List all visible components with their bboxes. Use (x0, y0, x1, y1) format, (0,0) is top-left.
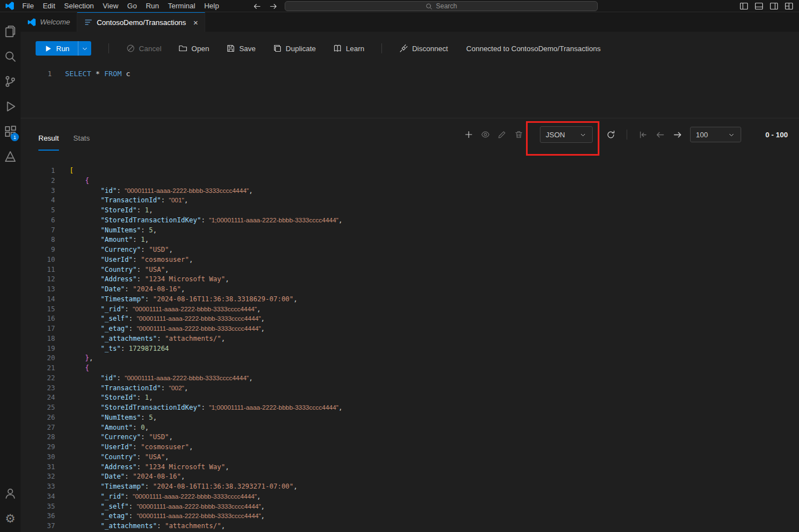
add-document-button[interactable] (464, 130, 473, 139)
cancel-button[interactable]: Cancel (126, 41, 161, 56)
line-number: 26 (21, 413, 55, 423)
layout-sidebar-left-button[interactable] (740, 2, 748, 11)
activity-azure[interactable] (0, 144, 21, 169)
search-placeholder: Search (436, 2, 457, 10)
line-number: 21 (21, 364, 55, 374)
menu-go[interactable]: Go (123, 2, 141, 10)
connection-status: Connected to ContosoDemo/Transactions (467, 44, 601, 53)
plug-icon (399, 44, 408, 53)
line-number: 36 (21, 511, 55, 521)
history-nav (253, 0, 277, 12)
result-line: 32"Date": "2024-08-16", (21, 472, 799, 482)
close-icon[interactable]: × (193, 18, 198, 27)
tab-contosodemo-transactions[interactable]: ContosoDemo/Transactions× (77, 12, 205, 32)
vscode-logo-icon (5, 1, 14, 11)
edit-document-button[interactable] (498, 130, 507, 139)
line-number: 35 (21, 502, 55, 512)
result-line: 13"Date": "2024-08-16", (21, 285, 799, 295)
run-dropdown-button[interactable] (78, 41, 91, 56)
layout-panel-button[interactable] (755, 2, 763, 11)
result-line: 27"Amount": 0, (21, 423, 799, 433)
results-tab-stats[interactable]: Stats (73, 126, 90, 151)
circle-slash-icon (126, 44, 135, 53)
menu-help[interactable]: Help (200, 2, 224, 10)
line-number: 1 (21, 166, 55, 176)
menu-view[interactable]: View (98, 2, 123, 10)
vscode-logo-icon (27, 18, 36, 27)
line-number: 27 (21, 423, 55, 433)
result-line: 31"Address": "1234 Microsoft Way", (21, 463, 799, 473)
menu-selection[interactable]: Selection (59, 2, 98, 10)
line-number: 24 (21, 393, 55, 403)
chevron-down-icon (81, 45, 88, 52)
result-line: 25"StoreIdTransactionIdKey": "1;00001111… (21, 403, 799, 413)
line-number: 25 (21, 403, 55, 413)
result-line: 21{ (21, 364, 799, 374)
search-input[interactable]: Search (285, 1, 598, 11)
result-line: 10"UserId": "cosmosuser", (21, 255, 799, 265)
forward-button[interactable] (269, 2, 277, 11)
line-number: 32 (21, 472, 55, 482)
learn-button[interactable]: Learn (333, 41, 364, 56)
first-page-button[interactable] (638, 130, 648, 140)
back-button[interactable] (253, 2, 261, 11)
result-line: 18"_attachments": "attachments/", (21, 334, 799, 344)
result-line: 16"_self": "00001111-aaaa-2222-bbbb-3333… (21, 314, 799, 324)
line-number: 16 (21, 314, 55, 324)
next-page-button[interactable] (673, 130, 682, 140)
line-number: 15 (21, 305, 55, 315)
layout-grid-button[interactable] (785, 2, 793, 11)
activity-extensions[interactable]: 1 (0, 119, 21, 144)
result-range-label: 0 - 100 (766, 131, 788, 139)
menu-run[interactable]: Run (141, 2, 163, 10)
result-line: 6"StoreIdTransactionIdKey": "1;00001111-… (21, 216, 799, 226)
result-line: 9"Currency": "USD", (21, 245, 799, 255)
results-editor[interactable]: 1[2{3"id": "00001111-aaaa-2222-bbbb-3333… (21, 151, 799, 532)
result-line: 17"_etag": "00001111-aaaa-2222-bbbb-3333… (21, 324, 799, 334)
previous-page-button[interactable] (656, 130, 665, 140)
line-number: 28 (21, 432, 55, 442)
disconnect-button[interactable]: Disconnect (399, 41, 448, 56)
result-line: 4"TransactionId": "001", (21, 196, 799, 206)
page-size-dropdown[interactable]: 100 (690, 127, 741, 142)
activity-explorer[interactable] (0, 19, 21, 44)
duplicate-button[interactable]: Duplicate (273, 41, 316, 56)
activity-accounts[interactable] (0, 481, 21, 506)
save-button[interactable]: Save (226, 41, 256, 56)
line-number: 13 (21, 285, 55, 295)
activity-settings[interactable]: ⚙ (0, 506, 21, 531)
query-line[interactable]: 1 SELECT * FROM c (21, 68, 799, 79)
menu-file[interactable]: File (18, 2, 38, 10)
line-number: 18 (21, 334, 55, 344)
delete-document-button[interactable] (514, 130, 523, 139)
chevron-down-icon (728, 131, 735, 138)
activity-search[interactable] (0, 44, 21, 69)
activity-source-control[interactable] (0, 69, 21, 94)
line-number: 7 (21, 226, 55, 236)
line-number: 30 (21, 453, 55, 463)
line-number: 23 (21, 384, 55, 394)
run-button-group: Run (36, 41, 91, 56)
line-number: 11 (21, 265, 55, 275)
line-number: 6 (21, 216, 55, 226)
result-line: 11"Country": "USA", (21, 265, 799, 275)
menu-bar: FileEditSelectionViewGoRunTerminalHelp (18, 0, 224, 12)
line-number: 34 (21, 492, 55, 502)
result-line: 24"StoreId": 1, (21, 393, 799, 403)
tab-welcome[interactable]: Welcome (21, 12, 77, 32)
open-button[interactable]: Open (178, 41, 209, 56)
menu-edit[interactable]: Edit (38, 2, 59, 10)
run-button[interactable]: Run (36, 41, 78, 56)
layout-sidebar-right-button[interactable] (770, 2, 778, 11)
save-icon (226, 44, 235, 53)
view-document-button[interactable] (481, 130, 490, 139)
refresh-button[interactable] (606, 130, 616, 140)
format-dropdown[interactable]: JSON (540, 126, 593, 143)
chevron-down-icon (579, 131, 587, 138)
result-line: 1[ (21, 166, 799, 176)
results-tab-result[interactable]: Result (38, 126, 59, 151)
result-line: 20}, (21, 354, 799, 364)
menu-terminal[interactable]: Terminal (163, 2, 200, 10)
activity-run-and-debug[interactable] (0, 94, 21, 119)
line-number: 31 (21, 463, 55, 473)
